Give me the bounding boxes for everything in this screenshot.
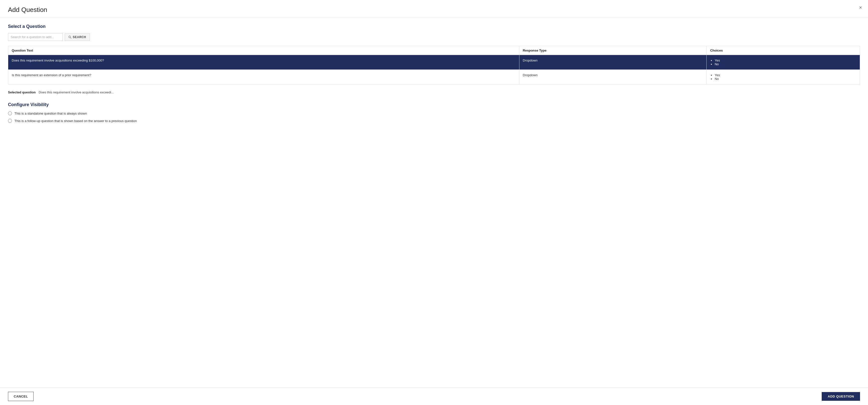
select-question-title: Select a Question bbox=[8, 24, 860, 29]
table-cell-question: Does this requirement involve acquisitio… bbox=[8, 55, 519, 70]
table-header-row: Question Text Response Type Choices bbox=[8, 46, 860, 55]
modal-container: Add Question × Select a Question SEARCH … bbox=[0, 0, 868, 405]
radio-option-standalone[interactable]: This is a standalone question that is al… bbox=[8, 111, 860, 115]
modal-footer: CANCEL ADD QUESTION bbox=[0, 387, 868, 405]
selected-question-row: Selected question Does this requirement … bbox=[8, 88, 860, 100]
radio-label-followup: This is a follow-up question that is sho… bbox=[14, 119, 137, 123]
svg-line-1 bbox=[70, 37, 71, 38]
selected-question-label: Selected question bbox=[8, 90, 36, 94]
table-cell-question: Is this requirement an extension of a pr… bbox=[8, 70, 519, 85]
search-button-label: SEARCH bbox=[73, 35, 86, 39]
header-question-text: Question Text bbox=[8, 46, 519, 55]
choice-item: Yes bbox=[715, 59, 856, 62]
header-choices: Choices bbox=[707, 46, 860, 55]
search-row: SEARCH bbox=[8, 33, 860, 41]
close-button[interactable]: × bbox=[859, 5, 862, 10]
choice-item: Yes bbox=[715, 73, 856, 77]
add-question-button[interactable]: ADD QUESTION bbox=[822, 392, 860, 401]
table-row[interactable]: Does this requirement involve acquisitio… bbox=[8, 55, 860, 70]
radio-input-standalone[interactable] bbox=[8, 111, 12, 115]
table-cell-response-type: Dropdown bbox=[519, 55, 707, 70]
radio-label-standalone: This is a standalone question that is al… bbox=[14, 112, 87, 115]
choice-item: No bbox=[715, 77, 856, 81]
table-row[interactable]: Is this requirement an extension of a pr… bbox=[8, 70, 860, 85]
configure-visibility-section: Configure Visibility This is a standalon… bbox=[8, 102, 860, 123]
radio-option-followup[interactable]: This is a follow-up question that is sho… bbox=[8, 119, 860, 123]
modal-header: Add Question × bbox=[0, 0, 868, 18]
table-cell-response-type: Dropdown bbox=[519, 70, 707, 85]
header-response-type: Response Type bbox=[519, 46, 707, 55]
modal-body: Select a Question SEARCH Question Text R… bbox=[0, 18, 868, 387]
selected-question-value: Does this requirement involve acquisitio… bbox=[39, 90, 114, 94]
search-icon bbox=[68, 36, 71, 39]
search-button[interactable]: SEARCH bbox=[65, 33, 90, 41]
table-cell-choices: YesNo bbox=[707, 55, 860, 70]
choice-item: No bbox=[715, 62, 856, 66]
radio-options: This is a standalone question that is al… bbox=[8, 111, 860, 123]
table-cell-choices: YesNo bbox=[707, 70, 860, 85]
search-input[interactable] bbox=[8, 33, 63, 41]
modal-title: Add Question bbox=[8, 6, 860, 14]
radio-input-followup[interactable] bbox=[8, 119, 12, 123]
cancel-button[interactable]: CANCEL bbox=[8, 392, 34, 401]
question-table: Question Text Response Type Choices Does… bbox=[8, 46, 860, 85]
configure-visibility-title: Configure Visibility bbox=[8, 102, 860, 107]
